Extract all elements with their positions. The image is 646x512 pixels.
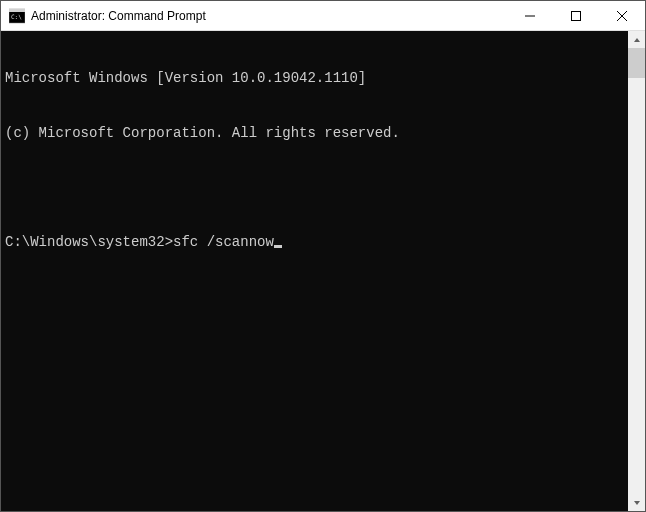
terminal-content[interactable]: Microsoft Windows [Version 10.0.19042.11… (1, 31, 628, 511)
version-line: Microsoft Windows [Version 10.0.19042.11… (5, 69, 624, 87)
window-title: Administrator: Command Prompt (31, 9, 507, 23)
svg-marker-7 (634, 38, 640, 42)
minimize-button[interactable] (507, 1, 553, 30)
blank-line (5, 179, 624, 197)
scrollbar-thumb[interactable] (628, 48, 645, 78)
scrollbar-track[interactable] (628, 48, 645, 494)
titlebar[interactable]: C:\ Administrator: Command Prompt (1, 1, 645, 31)
maximize-button[interactable] (553, 1, 599, 30)
prompt-text: C:\Windows\system32> (5, 233, 173, 251)
prompt-line: C:\Windows\system32>sfc /scannow (5, 233, 624, 251)
svg-rect-1 (9, 9, 25, 12)
close-button[interactable] (599, 1, 645, 30)
svg-rect-4 (572, 11, 581, 20)
command-prompt-window: C:\ Administrator: Command Prompt Micros… (0, 0, 646, 512)
svg-text:C:\: C:\ (11, 13, 22, 20)
cmd-icon: C:\ (9, 8, 25, 24)
copyright-line: (c) Microsoft Corporation. All rights re… (5, 124, 624, 142)
svg-marker-8 (634, 501, 640, 505)
vertical-scrollbar[interactable] (628, 31, 645, 511)
terminal-area: Microsoft Windows [Version 10.0.19042.11… (1, 31, 645, 511)
command-input[interactable]: sfc /scannow (173, 233, 274, 251)
cursor (274, 245, 282, 248)
scroll-up-arrow[interactable] (628, 31, 645, 48)
scroll-down-arrow[interactable] (628, 494, 645, 511)
window-controls (507, 1, 645, 30)
